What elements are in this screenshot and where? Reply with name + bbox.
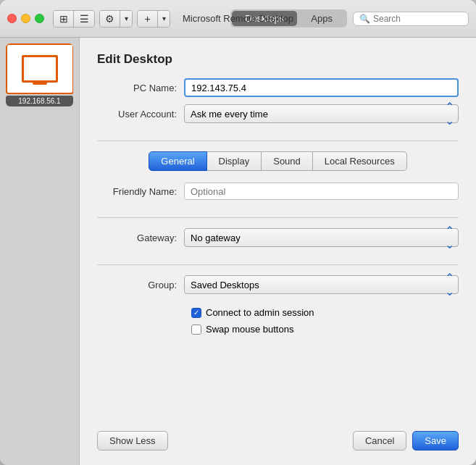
group-select[interactable]: Saved Desktops [184, 275, 459, 294]
close-button[interactable] [7, 14, 17, 23]
sidebar-item-label: 192.168.56.1 [6, 96, 73, 106]
main-content: 192.168.56.1 Edit Desktop PC Name: User … [0, 38, 476, 465]
settings-dropdown-button[interactable]: ▾ [120, 11, 132, 27]
divider-3 [97, 264, 459, 265]
user-account-select-wrapper: Ask me every time ⌃⌄ [184, 104, 459, 123]
group-select-wrapper: Saved Desktops ⌃⌄ [184, 275, 459, 294]
user-account-label: User Account: [97, 109, 184, 120]
swap-mouse-row[interactable]: Swap mouse buttons [191, 324, 459, 335]
group-row: Group: Saved Desktops ⌃⌄ [97, 275, 459, 294]
list-view-button[interactable]: ☰ [74, 11, 94, 27]
edit-title: Edit Desktop [97, 52, 459, 67]
gateway-select[interactable]: No gateway [184, 228, 459, 247]
desktop-icon [22, 55, 58, 83]
edit-panel: Edit Desktop PC Name: User Account: Ask … [80, 38, 476, 465]
settings-button[interactable]: ⚙ [100, 11, 120, 27]
divider-1 [97, 141, 459, 141]
titlebar: ⊞ ☰ ⚙ ▾ + ▾ Microsoft Remote Desktop Des… [0, 0, 476, 38]
pc-name-row: PC Name: [97, 78, 459, 97]
tab-general[interactable]: General [149, 151, 206, 171]
sidebar-thumbnail [6, 43, 73, 94]
save-button[interactable]: Save [412, 431, 459, 451]
tab-local-resources[interactable]: Local Resources [313, 151, 407, 171]
maximize-button[interactable] [35, 14, 44, 23]
bottom-right-buttons: Cancel Save [353, 431, 459, 451]
swap-mouse-checkbox[interactable] [191, 324, 201, 335]
sidebar-item[interactable]: 192.168.56.1 [6, 43, 73, 106]
connect-admin-label: Connect to admin session [206, 307, 314, 318]
divider-2 [97, 217, 459, 218]
user-account-row: User Account: Ask me every time ⌃⌄ [97, 104, 459, 123]
settings-group: ⚙ ▾ [99, 10, 133, 28]
search-bar: 🔍 [353, 12, 469, 26]
search-input[interactable] [373, 14, 462, 24]
grid-view-button[interactable]: ⊞ [54, 11, 74, 27]
view-toggle-group: ⊞ ☰ [53, 10, 95, 28]
add-dropdown-button[interactable]: ▾ [158, 11, 170, 27]
traffic-lights [7, 14, 44, 23]
tab-display[interactable]: Display [207, 151, 262, 171]
add-group: + ▾ [137, 10, 170, 28]
tab-sound[interactable]: Sound [262, 151, 313, 171]
gateway-row: Gateway: No gateway ⌃⌄ [97, 228, 459, 247]
main-window: ⊞ ☰ ⚙ ▾ + ▾ Microsoft Remote Desktop Des… [0, 0, 476, 465]
friendly-name-label: Friendly Name: [97, 186, 184, 197]
friendly-name-row: Friendly Name: [97, 183, 459, 200]
sidebar: 192.168.56.1 [0, 38, 80, 465]
cancel-button[interactable]: Cancel [353, 431, 406, 451]
toolbar-left-buttons: ⊞ ☰ ⚙ ▾ + ▾ [53, 10, 170, 28]
gateway-select-wrapper: No gateway ⌃⌄ [184, 228, 459, 247]
friendly-name-input[interactable] [184, 183, 459, 200]
checkbox-group: ✓ Connect to admin session Swap mouse bu… [97, 307, 459, 335]
pc-name-input[interactable] [184, 78, 459, 97]
user-account-select[interactable]: Ask me every time [184, 104, 459, 123]
minimize-button[interactable] [21, 14, 30, 23]
connect-admin-row[interactable]: ✓ Connect to admin session [191, 307, 459, 318]
search-icon: 🔍 [359, 14, 370, 24]
window-title: Microsoft Remote Desktop [183, 13, 293, 24]
group-label: Group: [97, 280, 184, 290]
swap-mouse-label: Swap mouse buttons [206, 324, 293, 335]
tab-bar: General Display Sound Local Resources [97, 151, 459, 171]
connect-admin-checkbox[interactable]: ✓ [191, 308, 201, 318]
apps-tab[interactable]: Apps [298, 11, 346, 26]
pc-name-label: PC Name: [97, 83, 184, 93]
show-less-button[interactable]: Show Less [97, 431, 168, 451]
gateway-label: Gateway: [97, 232, 184, 243]
bottom-bar: Show Less Cancel Save [97, 416, 459, 451]
add-button[interactable]: + [138, 11, 158, 27]
